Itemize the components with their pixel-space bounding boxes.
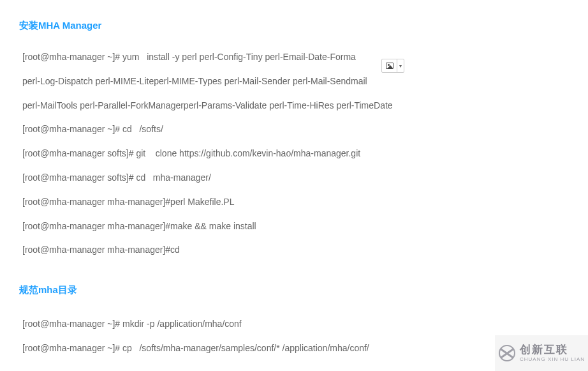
code-line: [root@mha-manager mha-manager]#perl Make… <box>22 195 569 210</box>
brand-badge[interactable]: 创新互联 CHUANG XIN HU LIAN <box>495 335 588 371</box>
section-title-directory: 规范mha目录 <box>19 282 569 298</box>
code-line: [root@mha-manager ~]# cp /softs/mha-mana… <box>22 341 569 356</box>
code-line: [root@mha-manager mha-manager]#make && m… <box>22 219 569 234</box>
brand-name-cn: 创新互联 <box>520 344 585 356</box>
code-line: [root@mha-manager ~]# cd /softs/ <box>22 122 569 137</box>
code-line: [root@mha-manager softs]# git clone http… <box>22 146 569 162</box>
brand-text: 创新互联 CHUANG XIN HU LIAN <box>520 344 585 363</box>
code-block-directory: [root@mha-manager ~]# mkdir -p /applicat… <box>19 317 569 356</box>
code-block-install: [root@mha-manager ~]# yum install -y per… <box>19 50 569 258</box>
chevron-down-icon: ▾ <box>397 63 404 69</box>
image-icon <box>382 59 397 72</box>
section-title-install: 安装MHA Manager <box>19 18 569 33</box>
brand-name-en: CHUANG XIN HU LIAN <box>520 356 585 363</box>
code-line: perl-Log-Dispatch perl-MIME-Liteperl-MIM… <box>22 74 569 89</box>
article-content: 安装MHA Manager [root@mha-manager ~]# yum … <box>0 0 588 356</box>
code-line: [root@mha-manager ~]# yum install -y per… <box>22 50 569 65</box>
code-line: [root@mha-manager mha-manager]#cd <box>22 243 569 258</box>
brand-logo-icon <box>498 344 516 362</box>
code-line: perl-MailTools perl-Parallel-ForkManager… <box>22 98 569 114</box>
code-line: [root@mha-manager softs]# cd mha-manager… <box>22 170 569 186</box>
code-line: [root@mha-manager ~]# mkdir -p /applicat… <box>22 317 569 332</box>
image-tool-dropdown[interactable]: ▾ <box>381 59 404 73</box>
